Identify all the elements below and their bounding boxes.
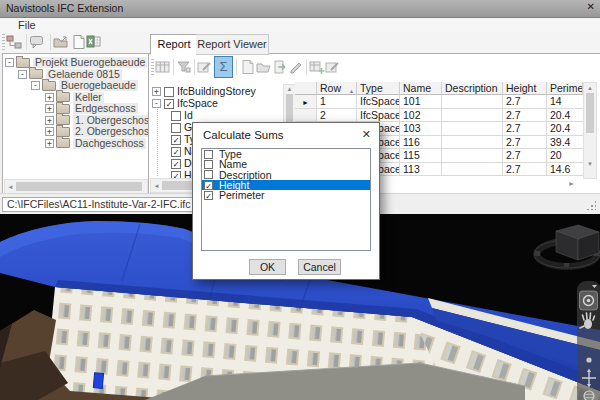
- title-bar[interactable]: Navistools IFC Extension ✕: [0, 0, 600, 18]
- pencil-icon[interactable]: [288, 59, 304, 75]
- grid-scroll-right-icon[interactable]: ►: [568, 180, 575, 187]
- window-close-button[interactable]: ✕: [587, 1, 595, 12]
- filter-icon[interactable]: [176, 59, 192, 75]
- expander-icon[interactable]: +: [45, 139, 54, 148]
- checkbox-icon[interactable]: ✓: [171, 147, 181, 157]
- expander-icon[interactable]: -: [5, 58, 14, 67]
- scrollbar-thumb[interactable]: [286, 94, 293, 124]
- grid-vertical-scrollbar[interactable]: ▲ ▼: [583, 82, 597, 179]
- field-ifcspace[interactable]: - ✓ IfcSpace: [152, 98, 218, 109]
- grid-row[interactable]: 2 IfcSpace 102 2.7 20.4: [295, 109, 583, 123]
- folder-icon: [29, 69, 43, 79]
- grid-row[interactable]: ► 1 IfcSpace 101 2.7 14: [295, 95, 583, 109]
- tree-item-gelaende[interactable]: - Gelaende 0815: [18, 69, 122, 80]
- scroll-left-icon[interactable]: ◄: [5, 184, 16, 190]
- new-report-icon[interactable]: [240, 59, 256, 75]
- folder-icon: [16, 58, 30, 68]
- dialog-close-icon[interactable]: ✕: [362, 128, 371, 141]
- report-toolbar-gripper[interactable]: [151, 59, 154, 75]
- sum-button[interactable]: Σ: [214, 56, 233, 78]
- tree-item-label[interactable]: Projekt Buerogebaeude: [33, 57, 147, 68]
- folder-icon: [42, 81, 56, 91]
- add-table-icon[interactable]: [309, 59, 325, 75]
- column-header-name[interactable]: Name: [400, 82, 442, 95]
- checkbox-icon[interactable]: ✓: [171, 135, 181, 145]
- expander-icon[interactable]: -: [18, 70, 27, 79]
- expander-icon[interactable]: +: [45, 127, 54, 136]
- tree-item-keller[interactable]: + Keller: [45, 92, 104, 103]
- checkbox-icon[interactable]: [171, 123, 181, 133]
- checkbox-icon[interactable]: [204, 160, 213, 169]
- edit-report-icon[interactable]: [197, 59, 213, 75]
- horizontal-scrollbar[interactable]: ◄: [4, 179, 148, 194]
- list-item-perimeter[interactable]: ✓ Perimeter: [202, 190, 370, 200]
- tree-item-label[interactable]: Dachgeschoss: [73, 138, 146, 149]
- field-label[interactable]: IfcBuildingStorey: [177, 86, 256, 97]
- expander-icon[interactable]: +: [45, 104, 54, 113]
- expander-icon[interactable]: +: [45, 93, 54, 102]
- expander-icon[interactable]: +: [45, 116, 54, 125]
- column-header-type[interactable]: Type: [357, 82, 400, 95]
- field-label[interactable]: IfcSpace: [177, 98, 218, 109]
- toolbar-separator: [236, 59, 237, 75]
- tree-item-label[interactable]: 2. Obergeschoss: [73, 126, 156, 137]
- scroll-down-icon[interactable]: ▼: [584, 161, 596, 167]
- excel-icon[interactable]: [86, 34, 102, 50]
- edit-cell-icon[interactable]: [325, 59, 341, 75]
- field-label[interactable]: Id: [184, 110, 193, 121]
- column-header-description[interactable]: Description: [442, 82, 503, 95]
- navbar-dot-icon[interactable]: [586, 357, 591, 362]
- tab-report-viewer[interactable]: Report Viewer: [196, 34, 269, 55]
- tree-item-label[interactable]: Erdgeschoss: [73, 103, 138, 114]
- open-report-icon[interactable]: [256, 59, 272, 75]
- navigation-bar[interactable]: [577, 281, 600, 400]
- comment-icon[interactable]: [29, 34, 45, 50]
- cancel-button[interactable]: Cancel: [298, 259, 341, 275]
- column-header-perimeter[interactable]: Perimeter: [547, 82, 583, 95]
- tree-item-projekt[interactable]: - Projekt Buerogebaeude: [5, 57, 147, 68]
- export-icon[interactable]: [53, 34, 69, 50]
- checkbox-icon[interactable]: [204, 150, 213, 159]
- scroll-up-icon[interactable]: ▲: [284, 86, 295, 92]
- toolbar-separator: [173, 59, 174, 75]
- sort-ascending-icon: ▲: [349, 85, 354, 95]
- list-item-label[interactable]: Perimeter: [219, 189, 265, 201]
- project-tree-panel: - Projekt Buerogebaeude - Gelaende 0815 …: [2, 53, 150, 195]
- expander-icon[interactable]: +: [152, 87, 161, 96]
- checkbox-icon[interactable]: [171, 111, 181, 121]
- column-header-row[interactable]: Row▲: [317, 82, 357, 95]
- field-ifcbuildingstorey[interactable]: + IfcBuildingStorey: [152, 86, 256, 97]
- menu-file[interactable]: File: [14, 18, 40, 32]
- folder-icon: [56, 115, 70, 125]
- scrollbar-thumb[interactable]: [586, 93, 594, 133]
- scroll-up-icon[interactable]: ▲: [584, 85, 596, 91]
- import-report-icon[interactable]: [272, 59, 288, 75]
- scrollbar-thumb[interactable]: [16, 182, 142, 191]
- selected-window-highlight[interactable]: [93, 373, 103, 389]
- checkbox-icon[interactable]: ✓: [164, 99, 174, 109]
- tree-item-dachgeschoss[interactable]: + Dachgeschoss: [45, 138, 146, 149]
- resize-grip[interactable]: [586, 200, 596, 210]
- steering-wheel-icon[interactable]: [580, 291, 598, 310]
- field-id[interactable]: Id: [171, 110, 193, 121]
- checkbox-icon[interactable]: ✓: [171, 159, 181, 169]
- tab-report[interactable]: Report: [150, 34, 198, 55]
- expander-icon[interactable]: -: [152, 99, 161, 108]
- new-document-icon[interactable]: [71, 34, 87, 50]
- toolbar-gripper[interactable]: [2, 34, 5, 50]
- tree-item-label[interactable]: Gelaende 0815: [46, 69, 122, 80]
- checkbox-icon[interactable]: [164, 87, 174, 97]
- tree-item-label[interactable]: Keller: [73, 92, 104, 103]
- checkbox-icon[interactable]: ✓: [204, 191, 213, 200]
- column-header-height[interactable]: Height: [503, 82, 547, 95]
- tree-item-label[interactable]: Buerogebaeude: [59, 80, 138, 91]
- checkbox-icon[interactable]: [204, 170, 213, 179]
- hierarchy-icon[interactable]: [6, 34, 22, 50]
- expander-icon[interactable]: -: [31, 81, 40, 90]
- tree-item-label[interactable]: 1. Obergeschoss: [73, 115, 156, 126]
- table-icon[interactable]: [155, 59, 171, 75]
- checkbox-icon[interactable]: ✓: [204, 181, 213, 190]
- ok-button[interactable]: OK: [249, 259, 286, 275]
- scroll-left-icon[interactable]: ◄: [151, 183, 162, 189]
- tree-item-buerogebaeude[interactable]: - Buerogebaeude: [31, 80, 138, 91]
